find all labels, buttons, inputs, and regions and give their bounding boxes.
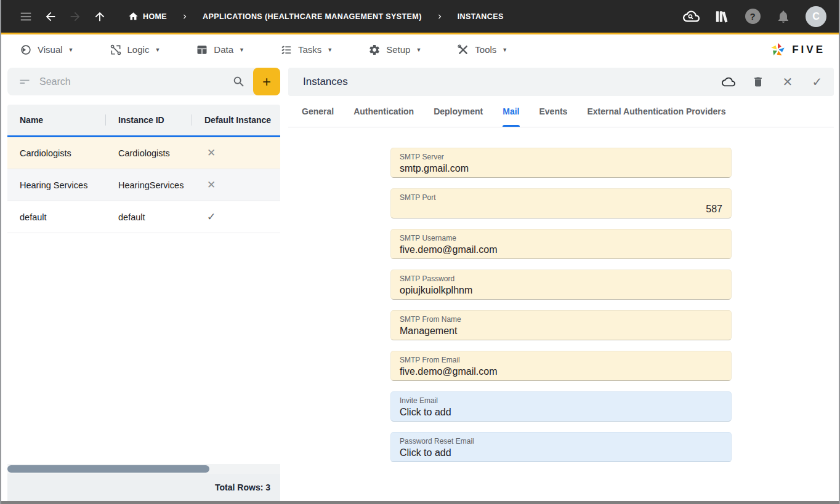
column-header-default-instance[interactable]: Default Instance [192,105,280,135]
menu-label: Logic [127,44,150,55]
setup-gear-icon [368,44,381,56]
menu-label: Data [214,44,233,55]
page-title: Instances [303,76,348,88]
help-icon[interactable]: ? [740,4,765,29]
password-reset-email-field[interactable]: Password Reset Email Click to add [390,432,732,462]
breadcrumb-label: INSTANCES [458,12,504,21]
data-icon [196,44,208,56]
menu-data[interactable]: Data ▼ [196,44,244,56]
column-header-name[interactable]: Name [7,105,106,135]
menu-setup[interactable]: Setup ▼ [368,44,421,56]
smtp-port-field[interactable]: SMTP Port 587 [390,188,732,218]
menu-label: Tools [475,44,496,55]
cloud-search-icon[interactable] [679,4,703,29]
home-icon [128,11,139,22]
caret-down-icon: ▼ [416,47,421,53]
breadcrumb-label: APPLICATIONS (HEALTHCARE MANAGEMENT SYST… [203,12,422,21]
smtp-from-name-field[interactable]: SMTP From Name Management [390,310,732,340]
field-value: five.demo@gmail.com [400,365,722,378]
search-input[interactable] [39,76,232,87]
tab-mail[interactable]: Mail [493,96,529,127]
cell-instance-id: HearingServices [106,180,192,190]
table-footer: Total Rows: 3 [7,474,280,501]
tab-events[interactable]: Events [530,96,578,127]
cell-instance-id: default [106,212,192,222]
caret-down-icon: ▼ [502,47,507,53]
smtp-password-field[interactable]: SMTP Password opiujkuiolkplhnm [390,270,732,300]
notifications-bell-icon[interactable] [771,4,796,29]
hamburger-menu-icon[interactable] [14,4,38,29]
user-avatar[interactable]: C [806,6,826,27]
window-bottom-edge [1,501,839,504]
menu-tools[interactable]: Tools ▼ [457,44,507,56]
table-header: Name Instance ID Default Instance [7,105,280,135]
add-record-button[interactable]: + [253,68,280,95]
horizontal-scrollbar [7,464,280,474]
field-value: Click to add [400,406,722,419]
delete-trash-icon[interactable] [751,75,765,89]
smtp-from-email-field[interactable]: SMTP From Email five.demo@gmail.com [390,351,732,381]
cancel-close-icon[interactable]: ✕ [781,75,794,89]
help-glyph: ? [749,11,755,22]
column-header-instance-id[interactable]: Instance ID [106,105,192,135]
caret-down-icon: ▼ [155,47,160,53]
plus-icon: + [262,73,271,90]
table-row[interactable]: Cardiologists Cardiologists ✕ [7,135,280,169]
forward-arrow-icon[interactable] [63,4,87,29]
tab-authentication[interactable]: Authentication [344,96,424,127]
chevron-right-icon [428,12,451,21]
menu-visual[interactable]: Visual ▼ [20,44,74,56]
five-pinwheel-icon [769,41,787,59]
search-icon[interactable] [232,75,246,89]
mail-form: SMTP Server smtp.gmail.com SMTP Port 587… [288,127,834,501]
cell-name: Hearing Services [7,180,106,190]
detail-header: Instances ✕ ✓ [288,68,834,96]
chevron-right-icon [173,12,196,21]
save-check-icon[interactable]: ✓ [810,75,824,89]
breadcrumb-applications[interactable]: APPLICATIONS (HEALTHCARE MANAGEMENT SYST… [196,12,428,21]
field-label: SMTP From Email [400,356,722,364]
cell-name: Cardiologists [7,148,106,158]
menu-toolbar: Visual ▼ Logic ▼ Data ▼ Tasks ▼ Setup ▼ … [1,34,839,65]
caret-down-icon: ▼ [327,47,333,53]
menu-tasks[interactable]: Tasks ▼ [280,44,333,56]
cell-name: default [7,212,106,222]
cross-icon: ✕ [192,178,280,191]
breadcrumb-instances[interactable]: INSTANCES [451,12,510,21]
check-icon: ✓ [192,210,280,223]
caret-down-icon: ▼ [68,47,74,53]
table-empty-space [7,233,280,464]
breadcrumb-home[interactable]: HOME [122,11,173,22]
breadcrumb-label: HOME [143,12,167,21]
breadcrumb: HOME APPLICATIONS (HEALTHCARE MANAGEMENT… [122,11,510,22]
tab-general[interactable]: General [292,96,344,127]
records-panel: + Name Instance ID Default Instance Card… [7,68,280,501]
menu-label: Setup [386,44,410,55]
field-value: 587 [400,202,722,216]
cloud-icon[interactable] [722,75,735,89]
smtp-username-field[interactable]: SMTP Username five.demo@gmail.com [390,229,732,259]
main-area: + Name Instance ID Default Instance Card… [1,65,839,501]
field-label: SMTP Password [400,274,722,283]
field-label: SMTP Port [400,193,722,202]
tab-deployment[interactable]: Deployment [424,96,493,127]
menu-logic[interactable]: Logic ▼ [110,44,161,56]
table-row[interactable]: Hearing Services HearingServices ✕ [7,169,280,201]
tab-external-authentication-providers[interactable]: External Authentication Providers [577,96,735,127]
field-label: SMTP Server [400,153,722,161]
invite-email-field[interactable]: Invite Email Click to add [390,391,732,422]
filter-icon[interactable] [18,76,31,88]
field-label: Invite Email [400,396,722,405]
table-row[interactable]: default default ✓ [7,201,280,233]
top-navbar: HOME APPLICATIONS (HEALTHCARE MANAGEMENT… [1,0,839,34]
detail-panel: Instances ✕ ✓ General Authentication Dep… [288,68,834,501]
total-rows-label: Total Rows: 3 [215,482,270,492]
library-books-icon[interactable] [709,4,734,29]
scrollbar-thumb[interactable] [7,465,209,473]
back-arrow-icon[interactable] [38,4,63,29]
tab-bar: General Authentication Deployment Mail E… [288,96,834,127]
menu-label: Visual [38,44,63,55]
up-arrow-icon[interactable] [87,4,112,29]
smtp-server-field[interactable]: SMTP Server smtp.gmail.com [390,148,732,178]
caret-down-icon: ▼ [239,47,244,53]
